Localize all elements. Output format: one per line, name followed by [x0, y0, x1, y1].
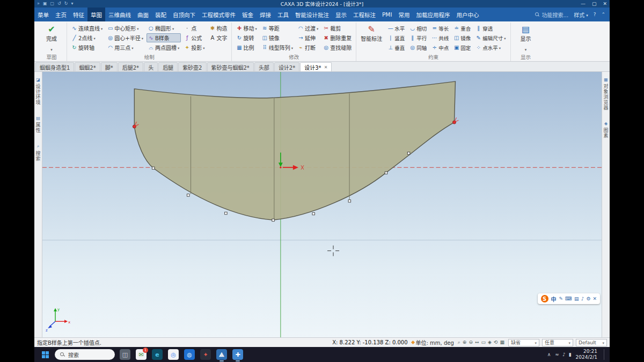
maximize-button[interactable]: ▢ — [592, 1, 597, 6]
menu-tab[interactable]: 智能设计批注 — [292, 8, 332, 21]
constraint-tool-button[interactable]: ÷ 中点 — [430, 43, 450, 52]
statusbar-combo[interactable]: Default — [576, 339, 607, 346]
modify-tool-button[interactable]: ▦ 比例 — [235, 43, 258, 52]
menu-tab[interactable]: 特征 — [70, 8, 87, 21]
modify-tool-button[interactable]: ⌁ 打断 — [296, 43, 320, 52]
left-panel-tab[interactable]: ◪ 设计环境 — [35, 72, 42, 110]
sketch-canvas[interactable]: y x z S 中 ✎⌨▤♪⚙✕ — [42, 72, 602, 337]
menu-tab[interactable]: 钣金 — [239, 8, 257, 21]
constraint-tool-button[interactable]: = 等长 — [430, 24, 450, 33]
constraint-tool-button[interactable]: — 水平 — [386, 24, 406, 33]
constraint-tool-button[interactable]: ∣ 竖直 — [386, 33, 406, 42]
draw-tool-button[interactable]: ∿ 连续直线 — [70, 24, 104, 33]
quick-access-icon[interactable]: ▢ — [50, 0, 54, 8]
constraint-tool-button[interactable]: ◡ 相切 — [408, 24, 428, 33]
menu-tab[interactable]: 用户中心 — [453, 8, 482, 21]
draw-tool-button[interactable]: ✦ 投影 — [182, 43, 206, 52]
draw-tool-button[interactable]: ○ 椭圆形 — [147, 24, 181, 33]
constraint-tool-button[interactable]: ⊥ 垂直 — [386, 43, 406, 52]
help-icon[interactable]: ? — [594, 12, 596, 17]
document-tab[interactable]: 蝈蝈2* — [75, 62, 100, 71]
menu-tab[interactable]: 菜单 — [34, 8, 52, 21]
ime-tool-icon[interactable]: ⚙ — [586, 296, 590, 301]
ime-tool-icon[interactable]: ⌨ — [565, 296, 572, 301]
modify-tool-button[interactable]: ≋ 等距 — [260, 24, 295, 33]
constraint-tool-button[interactable]: ⋯ 共线 — [430, 33, 450, 42]
menu-tab[interactable]: 加载应用程序 — [413, 8, 453, 21]
modify-tool-button[interactable]: → 延伸 — [296, 33, 320, 42]
ime-tool-icon[interactable]: ✕ — [592, 296, 597, 301]
right-panel-tab[interactable]: ◈ 图素 — [603, 116, 610, 144]
constraint-tool-button[interactable]: ∥ 穿透 — [474, 24, 507, 33]
view-tool-icon[interactable]: ◈ — [488, 339, 492, 345]
minimize-button[interactable]: — — [581, 1, 586, 6]
ime-logo-icon[interactable]: S — [541, 295, 548, 302]
ime-tool-icon[interactable]: ♪ — [581, 296, 584, 301]
menu-tab[interactable]: 焊接 — [257, 8, 274, 21]
menu-tab[interactable]: 主页 — [52, 8, 70, 21]
ime-mode-toggle[interactable]: 中 — [551, 295, 557, 303]
taskbar-app-icon[interactable]: ⟁ — [215, 348, 229, 361]
taskbar-app-icon[interactable]: ✚ — [231, 348, 245, 361]
statusbar-combo[interactable]: 缺省 — [508, 339, 539, 346]
constraint-tool-button[interactable]: ▣ 固定 — [452, 43, 472, 52]
menu-tab[interactable]: 装配 — [152, 8, 170, 21]
ime-tool-icon[interactable]: ▤ — [574, 296, 579, 301]
modify-tool-button[interactable]: ◫ 镜像 — [260, 33, 295, 42]
draw-tool-button[interactable]: ▭ 中心矩形 — [106, 24, 145, 33]
document-tab[interactable]: 紫砂壶2 — [178, 62, 206, 71]
quick-access-icon[interactable]: ↻ — [64, 0, 68, 8]
document-tab[interactable]: 头 — [144, 62, 158, 71]
document-tab[interactable]: 紫砂壶与蝈蝈2* — [207, 62, 254, 71]
modify-tool-button[interactable]: ✚ 移动 — [235, 24, 258, 33]
draw-tool-button[interactable]: ◎ 圆心+半径 — [106, 33, 145, 42]
draw-tool-button[interactable]: ⌓ 两点圆槽 — [147, 43, 181, 52]
menu-tab[interactable]: 三维曲线 — [105, 8, 134, 21]
draw-tool-button[interactable]: ╱ 2点线 — [70, 33, 104, 42]
constraint-tool-button[interactable]: ∥ 平行 — [408, 33, 428, 42]
menu-tab[interactable]: 显示 — [332, 8, 350, 21]
document-tab[interactable]: 蝈蝈身造型1 — [35, 62, 74, 71]
taskbar-app-icon[interactable]: ✉ 1 — [134, 348, 148, 361]
tray-chevron-icon[interactable]: ∧ — [547, 352, 551, 357]
document-tab[interactable]: 后腿2* — [118, 62, 143, 71]
canvas-drawing[interactable]: y x z — [42, 72, 602, 337]
document-tab[interactable]: 头部 — [254, 62, 274, 71]
menu-tab[interactable]: 工程模式零件 — [199, 8, 239, 21]
show-desktop-button[interactable] — [604, 349, 605, 360]
clock[interactable]: 20:21 2024/2/1 — [576, 349, 597, 361]
draw-tool-button[interactable]: ƒ 公式 — [182, 33, 206, 42]
ime-toolbar[interactable]: S 中 ✎⌨▤♪⚙✕ — [538, 293, 600, 304]
view-tool-icon[interactable]: ⟲ — [494, 339, 498, 345]
draw-tool-button[interactable]: ↻ 旋转轴 — [70, 43, 104, 52]
menu-tab[interactable]: PMI — [379, 8, 396, 21]
modify-tool-button[interactable]: ↻ 旋转 — [235, 33, 258, 42]
document-tab[interactable]: 脚* — [101, 62, 118, 71]
view-tool-icon[interactable]: ⊖ — [469, 339, 473, 345]
modify-tool-button[interactable]: ⠿ 线型阵列 — [260, 43, 295, 52]
modify-tool-button[interactable]: ✂ 裁剪 — [321, 24, 353, 33]
taskbar-search[interactable]: 搜索 — [55, 349, 115, 360]
taskbar-app-icon[interactable]: ◫ — [118, 348, 132, 361]
tab-close-icon[interactable] — [324, 65, 328, 70]
taskbar-app-icon[interactable]: ◍ — [182, 348, 196, 361]
tray-icon[interactable]: ▮ — [569, 352, 572, 357]
draw-tool-button[interactable]: A 文字 — [208, 33, 229, 42]
menu-tab[interactable]: 常用 — [396, 8, 413, 21]
document-tab[interactable]: 设计2* — [274, 62, 299, 71]
quick-access-icon[interactable]: ▾ — [71, 0, 73, 8]
taskbar-app-icon[interactable]: ✦ — [199, 348, 213, 361]
right-panel-tab[interactable]: ▦ 对象浏览器 — [603, 72, 610, 116]
left-panel-tab[interactable]: ▤ 属性 — [35, 110, 42, 138]
start-button[interactable] — [39, 348, 52, 361]
draw-tool-button[interactable]: ◠ 用三点 — [106, 43, 145, 52]
tray-icon[interactable]: ≈ — [555, 352, 559, 357]
modify-tool-button[interactable]: ◠ 过渡 — [296, 24, 320, 33]
constraint-tool-button[interactable]: ◫ 镜像 — [452, 33, 472, 42]
constraint-tool-button[interactable]: ◎ 同轴 — [408, 43, 428, 52]
collapse-ribbon-icon[interactable]: ⌃ — [601, 12, 605, 17]
draw-tool-button[interactable]: ✱ 构造 — [208, 24, 229, 33]
menu-tab[interactable]: 草图 — [87, 8, 105, 21]
menu-tab[interactable]: 自顶向下 — [170, 8, 199, 21]
constraint-tool-button[interactable]: ≐ 重合 — [452, 24, 472, 33]
